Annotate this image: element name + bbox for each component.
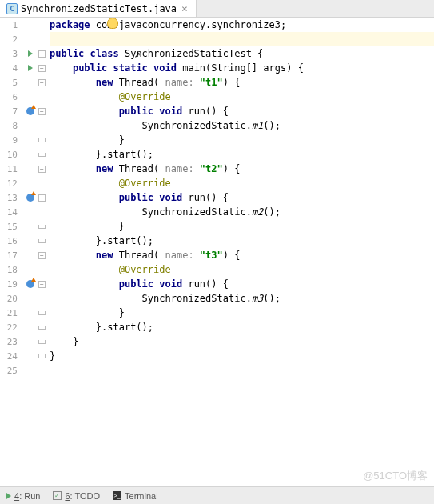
code-line[interactable]: }.start(); [50,320,434,334]
gutter-icon-slot [22,194,38,202]
code-line[interactable]: @Override [50,90,434,104]
fold-region [38,239,46,243]
code-line[interactable]: new Thread( name: "t1") { [50,75,434,90]
code-line[interactable]: } [50,349,434,363]
fold-region: − [38,50,46,58]
fold-collapse-icon[interactable]: − [38,194,46,202]
fold-collapse-icon[interactable]: − [38,50,46,58]
override-gutter-icon[interactable] [26,107,34,115]
fold-end-icon[interactable] [38,138,46,142]
intention-bulb-icon[interactable] [107,18,118,29]
fold-region: − [38,108,46,115]
line-number: 22 [0,322,22,333]
fold-collapse-icon[interactable]: − [38,108,46,115]
override-gutter-icon[interactable] [26,194,34,202]
line-number: 17 [0,250,22,261]
gutter-row: 25 [0,363,46,378]
gutter-row: 16 [0,234,46,248]
code-line[interactable]: }.start(); [50,234,434,248]
fold-end-icon[interactable] [38,239,46,243]
code-line[interactable]: SynchronizedStatic.m2(); [50,205,434,219]
editor-tab-bar: C SynchronizedStaticTest.java × [0,0,434,18]
code-line[interactable] [50,363,434,378]
code-line[interactable]: } [50,133,434,147]
gutter-row: 1 [0,18,46,32]
line-number: 20 [0,294,22,304]
run-gutter-icon[interactable] [28,50,33,57]
gutter-row: 6 [0,90,46,104]
code-line[interactable]: } [50,219,434,234]
run-icon [6,493,11,499]
code-line[interactable]: new Thread( name: "t3") { [50,248,434,262]
fold-region: − [38,252,46,259]
java-class-icon: C [6,3,18,14]
gutter-row: 2 [0,32,46,46]
code-area[interactable]: package com.javaconcurrency.synchronize3… [46,18,434,486]
code-line[interactable]: public class SynchronizedStaticTest { [50,46,434,61]
line-number: 4 [0,63,22,74]
gutter-row: 18 [0,262,46,277]
code-line[interactable]: public void run() { [50,277,434,291]
code-line[interactable]: } [50,306,434,320]
code-line[interactable]: } [50,334,434,349]
gutter-row: 20 [0,291,46,306]
gutter-row: 17− [0,248,46,262]
code-editor[interactable]: 123−4−5−67−891011−1213−14151617−1819−202… [0,18,434,486]
gutter-row: 5− [0,75,46,90]
gutter-row: 13− [0,190,46,205]
run-gutter-icon[interactable] [28,65,33,71]
fold-end-icon[interactable] [38,326,46,330]
code-line[interactable]: public void run() { [50,104,434,118]
line-number: 18 [0,265,22,275]
terminal-tool-button[interactable]: >_ Terminal [113,491,158,501]
code-line[interactable]: SynchronizedStatic.m3(); [50,291,434,306]
run-tool-button[interactable]: 4: Run [6,491,40,501]
gutter-row: 3− [0,46,46,61]
code-line[interactable]: @Override [50,262,434,277]
line-number: 1 [0,20,22,30]
line-number: 23 [0,337,22,347]
fold-collapse-icon[interactable]: − [38,65,46,72]
code-line[interactable]: public void run() { [50,190,434,205]
code-line[interactable]: }.start(); [50,147,434,162]
line-number: 11 [0,164,22,174]
fold-collapse-icon[interactable]: − [38,166,46,173]
gutter-row: 9 [0,133,46,147]
fold-collapse-icon[interactable]: − [38,252,46,259]
line-number: 21 [0,308,22,318]
gutter-icon-slot [22,65,38,71]
fold-region: − [38,65,46,72]
line-number: 16 [0,236,22,246]
fold-region [38,326,46,330]
code-line[interactable]: @Override [50,176,434,190]
fold-end-icon[interactable] [38,153,46,157]
code-line[interactable]: public static void main(String[] args) { [50,61,434,75]
code-line[interactable]: SynchronizedStatic.m1(); [50,118,434,133]
gutter-row: 4− [0,61,46,75]
gutter-row: 14 [0,205,46,219]
fold-region: − [38,281,46,288]
gutter-icon-slot [22,280,38,288]
fold-region: − [38,79,46,86]
fold-end-icon[interactable] [38,340,46,344]
fold-collapse-icon[interactable]: − [38,281,46,288]
fold-collapse-icon[interactable]: − [38,79,46,86]
code-line[interactable] [50,32,434,46]
fold-region [38,225,46,229]
close-icon[interactable]: × [180,2,189,14]
fold-region [38,340,46,344]
file-tab[interactable]: C SynchronizedStaticTest.java × [0,0,197,17]
line-number: 8 [0,121,22,131]
todo-icon: ✓ [53,491,62,500]
code-line[interactable]: new Thread( name: "t2") { [50,162,434,176]
todo-tool-button[interactable]: ✓ 6: TODO [53,491,100,501]
gutter-icon-slot [22,107,38,115]
line-number: 7 [0,106,22,117]
line-number: 3 [0,49,22,59]
override-gutter-icon[interactable] [26,280,34,288]
gutter-row: 7− [0,104,46,118]
fold-end-icon[interactable] [38,311,46,315]
fold-end-icon[interactable] [38,225,46,229]
fold-end-icon[interactable] [38,354,46,358]
tool-window-bar: 4: Run ✓ 6: TODO >_ Terminal [0,486,434,504]
